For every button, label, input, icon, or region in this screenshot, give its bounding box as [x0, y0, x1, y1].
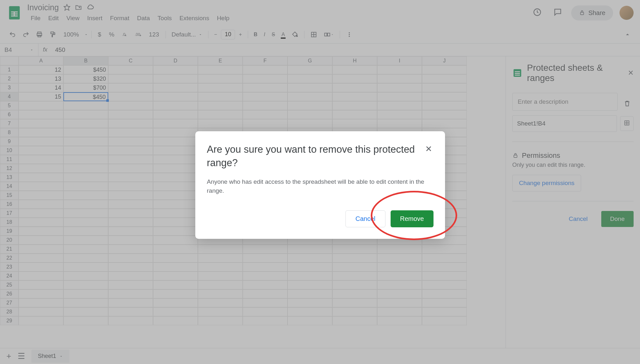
modal-title: Are you sure you want to remove this pro… [207, 143, 417, 170]
remove-protected-range-modal: Are you sure you want to remove this pro… [195, 131, 445, 239]
modal-body: Anyone who has edit access to the spread… [207, 177, 433, 196]
close-icon[interactable]: ✕ [424, 143, 433, 155]
modal-remove-button[interactable]: Remove [391, 210, 433, 227]
modal-cancel-button[interactable]: Cancel [345, 210, 385, 227]
